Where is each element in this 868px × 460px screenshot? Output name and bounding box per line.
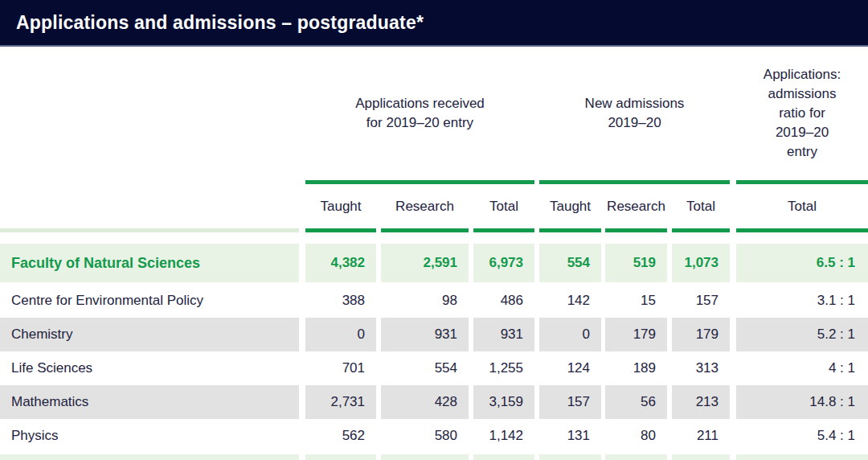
partial-cell: [305, 454, 376, 460]
group-header-line: for 2019–20 entry: [305, 113, 534, 133]
cell-applications-admissions-ratio: 3.1 : 1: [736, 284, 868, 318]
subheader-taught-admissions: Taught: [539, 199, 601, 215]
cell-applications-admissions-ratio: 6.5 : 1: [736, 244, 868, 282]
cell-total-admissions: 157: [672, 284, 730, 318]
cell-research-applications: 931: [381, 318, 469, 351]
cell-total-applications: 1,142: [473, 419, 534, 453]
column-subheaders: Taught Research Total Taught Research To…: [0, 184, 868, 228]
cell-total-applications: 3,159: [473, 385, 534, 419]
row-label: Life Sciences: [0, 351, 299, 385]
subheader-taught-applications: Taught: [305, 199, 376, 215]
subheader-rules: [0, 228, 868, 232]
cell-taught-admissions: 157: [539, 385, 601, 419]
cell-research-applications: 428: [381, 385, 469, 419]
cell-research-applications: 98: [381, 284, 469, 318]
cell-total-admissions: 313: [672, 351, 730, 385]
cell-applications-admissions-ratio: 14.8 : 1: [736, 385, 868, 419]
pale-green-rule: [0, 228, 299, 232]
cell-research-admissions: 519: [605, 244, 667, 282]
cell-taught-admissions: 142: [539, 284, 601, 318]
group-header-line: entry: [736, 142, 868, 162]
subheader-research-applications: Research: [381, 199, 469, 215]
title-bar: Applications and admissions – postgradua…: [0, 0, 868, 47]
table-row-life-sciences: Life Sciences 701 554 1,255 124 189 313 …: [0, 351, 868, 385]
cell-taught-applications: 388: [305, 284, 376, 318]
green-rule: [473, 228, 534, 232]
cell-taught-applications: 562: [305, 419, 376, 453]
partial-cell: [473, 454, 534, 460]
cell-applications-admissions-ratio: 5.2 : 1: [736, 318, 868, 351]
group-header-line: admissions: [736, 84, 868, 104]
cell-research-admissions: 15: [605, 284, 667, 318]
cell-total-admissions: 213: [672, 385, 730, 419]
cell-total-applications: 931: [473, 318, 534, 351]
cell-research-admissions: 189: [605, 351, 667, 385]
page-title: Applications and admissions – postgradua…: [16, 12, 424, 34]
cell-total-applications: 486: [473, 284, 534, 318]
cell-taught-admissions: 0: [539, 318, 601, 351]
table-row-chemistry: Chemistry 0 931 931 0 179 179 5.2 : 1: [0, 318, 868, 351]
group-header-line: 2019–20: [736, 123, 868, 142]
table-row-physics: Physics 562 580 1,142 131 80 211 5.4 : 1: [0, 419, 868, 453]
cell-taught-applications: 2,731: [305, 385, 376, 419]
partial-cell: [381, 454, 469, 460]
row-label: Centre for Environmental Policy: [0, 284, 299, 318]
green-rule: [539, 228, 601, 232]
group-header-line: Applications received: [305, 94, 534, 113]
group-header-applications-admissions-ratio: Applications: admissions ratio for 2019–…: [736, 65, 868, 162]
green-rule: [305, 228, 376, 232]
green-rule: [736, 180, 868, 184]
partial-cell: [736, 454, 868, 460]
cell-taught-applications: 0: [305, 318, 376, 351]
cell-taught-admissions: 554: [539, 244, 601, 282]
cell-research-applications: 2,591: [381, 244, 469, 282]
column-group-headers: Applications received for 2019–20 entry …: [0, 47, 868, 180]
cell-total-admissions: 1,073: [672, 244, 730, 282]
cell-total-admissions: 211: [672, 419, 730, 453]
cell-taught-applications: 701: [305, 351, 376, 385]
green-rule: [381, 228, 469, 232]
cell-taught-admissions: 124: [539, 351, 601, 385]
cell-research-admissions: 56: [605, 385, 667, 419]
group-header-line: New admissions: [539, 94, 730, 113]
cell-total-admissions: 179: [672, 318, 730, 351]
cell-applications-admissions-ratio: 4 : 1: [736, 351, 868, 385]
group-header-new-admissions: New admissions 2019–20: [539, 94, 730, 133]
green-rule: [305, 180, 534, 184]
cell-taught-admissions: 131: [539, 419, 601, 453]
subheader-research-admissions: Research: [605, 199, 667, 215]
table-row-faculty-of-natural-sciences: Faculty of Natural Sciences 4,382 2,591 …: [0, 244, 868, 282]
row-label: Physics: [0, 419, 299, 453]
group-header-line: ratio for: [736, 104, 868, 123]
group-header-applications-received: Applications received for 2019–20 entry: [305, 94, 534, 133]
subheader-total-admissions: Total: [672, 199, 730, 215]
row-label: Faculty of Natural Sciences: [0, 244, 299, 282]
cell-research-applications: 580: [381, 419, 469, 453]
green-rule: [539, 180, 730, 184]
cell-taught-applications: 4,382: [305, 244, 376, 282]
partial-cell: [672, 454, 730, 460]
cell-applications-admissions-ratio: 5.4 : 1: [736, 419, 868, 453]
row-label: Chemistry: [0, 318, 299, 351]
group-header-line: 2019–20: [539, 113, 730, 133]
cell-research-applications: 554: [381, 351, 469, 385]
partial-cell: [0, 454, 299, 460]
partial-cell: [539, 454, 601, 460]
table-row-partial-cutoff: [0, 454, 868, 460]
cell-total-applications: 1,255: [473, 351, 534, 385]
green-rule: [672, 228, 730, 232]
green-rule: [605, 228, 667, 232]
group-header-line: Applications:: [736, 65, 868, 84]
cell-research-admissions: 80: [605, 419, 667, 453]
subheader-total-ratio: Total: [736, 199, 868, 215]
table-row-mathematics: Mathematics 2,731 428 3,159 157 56 213 1…: [0, 385, 868, 419]
cell-total-applications: 6,973: [473, 244, 534, 282]
row-label: Mathematics: [0, 385, 299, 419]
subheader-total-applications: Total: [473, 199, 534, 215]
table-row-centre-for-environmental-policy: Centre for Environmental Policy 388 98 4…: [0, 284, 868, 318]
header-body-gap: [0, 232, 868, 244]
partial-cell: [605, 454, 667, 460]
green-rule: [736, 228, 868, 232]
report-page: Applications and admissions – postgradua…: [0, 0, 868, 460]
cell-research-admissions: 179: [605, 318, 667, 351]
